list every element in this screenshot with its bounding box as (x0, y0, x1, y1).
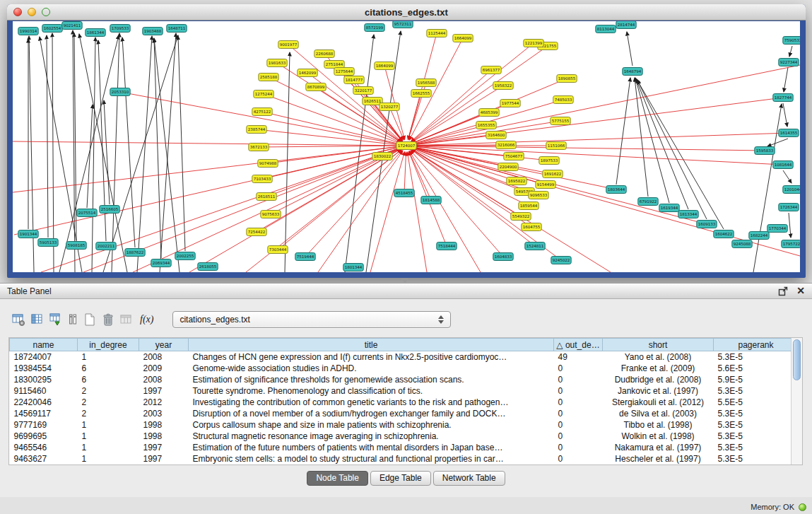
graph-node[interactable]: 1864099 (375, 62, 394, 70)
graph-node[interactable]: 1604755 (522, 223, 541, 231)
graph-node[interactable]: 3164600 (486, 132, 506, 139)
graph-node[interactable]: 9245088 (732, 240, 752, 248)
graph-node[interactable]: 9075633 (261, 211, 281, 218)
graph-node[interactable]: 8113044 (596, 25, 616, 33)
graph-node[interactable]: 1726344 (779, 204, 799, 211)
graph-node[interactable]: 1595833 (755, 147, 775, 155)
graph-node[interactable]: 5908185 (66, 242, 86, 250)
graph-node[interactable]: 9096533 (529, 192, 548, 199)
table-row[interactable]: 946554611997Estimation of the future num… (10, 442, 799, 453)
graph-node[interactable]: 1609133 (697, 221, 717, 228)
graph-node[interactable]: 2002211 (96, 243, 116, 250)
tab-network-table[interactable]: Network Table (433, 471, 505, 486)
graph-node[interactable]: 1861344 (86, 29, 105, 37)
graph-node[interactable]: 1801344 (343, 264, 363, 271)
column-header-pagerank[interactable]: pagerank (714, 339, 799, 351)
graph-node[interactable]: 1320277 (379, 103, 399, 111)
graph-node[interactable]: 1813344 (678, 211, 698, 218)
minimize-window-button[interactable] (28, 8, 36, 16)
graph-node[interactable]: 1903488 (143, 28, 163, 35)
graph-node[interactable]: 6791922 (638, 198, 658, 206)
window-titlebar[interactable]: citations_edges.txt (7, 4, 806, 21)
graph-node[interactable]: 1125444 (427, 30, 447, 37)
graph-node[interactable]: 1151066 (546, 142, 566, 150)
table-row[interactable]: 1830029562008Estimation of significance … (10, 374, 799, 385)
graph-node[interactable]: 1682244 (749, 232, 769, 240)
graph-node[interactable]: 2618511 (257, 193, 276, 201)
graph-node[interactable]: 1956588 (416, 79, 436, 87)
graph-node[interactable]: 2053310 (110, 88, 130, 96)
graph-node[interactable]: 1890855 (557, 75, 577, 83)
table-row[interactable]: 1938455462009Genome-wide association stu… (10, 363, 799, 374)
graph-node[interactable]: 9245022 (551, 257, 571, 264)
graph-node[interactable]: 1081644 (773, 161, 793, 169)
graph-node[interactable]: 2002255 (175, 252, 195, 260)
table-row[interactable]: 2242004622012Investigating the contribut… (10, 397, 799, 408)
column-header-name[interactable]: name (10, 339, 78, 351)
graph-node[interactable]: 1648794 (623, 68, 642, 76)
graph-node[interactable]: 6961377 (481, 66, 501, 74)
delete-table-icon[interactable] (101, 310, 115, 329)
graph-node[interactable]: 9021411 (62, 22, 82, 30)
graph-node[interactable]: 1655355 (476, 122, 496, 129)
graph-node[interactable]: 1221399 (524, 40, 543, 47)
graph-node[interactable]: 2069344 (151, 259, 171, 267)
graph-node[interactable]: 1275244 (254, 90, 273, 98)
graph-node[interactable]: 1859544 (519, 202, 539, 210)
graph-node[interactable]: 9154499 (536, 181, 555, 189)
graph-node[interactable]: 7590533 (783, 37, 800, 45)
column-header-title[interactable]: title (189, 339, 554, 351)
scrollbar-thumb[interactable] (793, 339, 801, 380)
graph-node[interactable]: 1275644 (334, 68, 354, 76)
graph-node[interactable]: 4275122 (252, 108, 272, 116)
column-header-in_degree[interactable]: in_degree (78, 339, 139, 351)
graph-node[interactable]: 1977544 (500, 100, 520, 107)
import-table-icon[interactable] (49, 310, 63, 329)
graph-node[interactable]: 1814588 (421, 197, 441, 204)
network-graph[interactable]: 1990314160255490214111861344170953319034… (13, 21, 800, 272)
graph-node[interactable]: 3672133 (249, 144, 269, 151)
show-columns-icon[interactable] (30, 310, 45, 329)
graph-node[interactable]: 7103433 (252, 175, 272, 183)
graph-node[interactable]: 2385744 (247, 126, 266, 134)
graph-node[interactable]: 1604622 (714, 230, 734, 238)
table-row[interactable]: 969969511998Structural magnetic resonanc… (10, 431, 799, 442)
table-row[interactable]: 977716911998Corpus callosum shape and si… (10, 419, 799, 431)
graph-node[interactable]: 2618055 (198, 263, 218, 271)
graph-node[interactable]: 1664099 (453, 35, 473, 42)
graph-node[interactable]: 1795722 (782, 240, 800, 248)
graph-node[interactable]: 1614355 (779, 129, 799, 137)
column-chooser-icon[interactable] (67, 310, 78, 329)
graph-node[interactable]: 1814777 (344, 76, 364, 84)
graph-node[interactable]: 4685399 (479, 109, 499, 117)
graph-node[interactable]: 2516605 (100, 206, 119, 214)
graph-node[interactable]: 2751844 (324, 61, 344, 69)
table-row[interactable]: 1456911722003Disruption of a novel membe… (10, 408, 799, 419)
graph-node[interactable]: 8670899 (306, 83, 326, 91)
graph-node[interactable]: 1803644 (606, 186, 626, 194)
graph-node[interactable]: 2814744 (616, 21, 636, 29)
column-header-out_degree[interactable]: △ out_de… (554, 339, 603, 351)
graph-node[interactable]: 1709533 (110, 25, 130, 33)
float-panel-icon[interactable] (778, 286, 788, 296)
graph-node[interactable]: 3220177 (353, 87, 373, 95)
graph-node[interactable]: 2260688 (314, 50, 334, 58)
graph-node[interactable]: 2075514 (77, 209, 97, 217)
column-header-short[interactable]: short (603, 339, 714, 351)
graph-node[interactable]: 1662555 (411, 90, 431, 98)
graph-node[interactable]: 1619344 (659, 204, 679, 212)
graph-node[interactable]: 7519444 (295, 253, 315, 261)
graph-node[interactable]: 3216066 (496, 141, 516, 149)
column-header-year[interactable]: year (139, 339, 189, 351)
graph-node[interactable]: 2204900 (498, 163, 518, 171)
graph-node[interactable]: 5549322 (511, 213, 531, 221)
graph-node[interactable]: 1602554 (42, 25, 62, 33)
graph-node[interactable]: 1827744 (773, 94, 793, 102)
graph-node[interactable]: 1691622 (543, 170, 563, 178)
graph-node[interactable]: 7303444 (268, 246, 288, 254)
table-vertical-scrollbar[interactable] (791, 338, 802, 465)
new-table-icon[interactable] (83, 310, 97, 329)
graph-node[interactable]: 1981633 (267, 59, 287, 67)
graph-node[interactable]: 1770344 (767, 225, 787, 233)
graph-node[interactable]: 9572311 (393, 21, 413, 28)
